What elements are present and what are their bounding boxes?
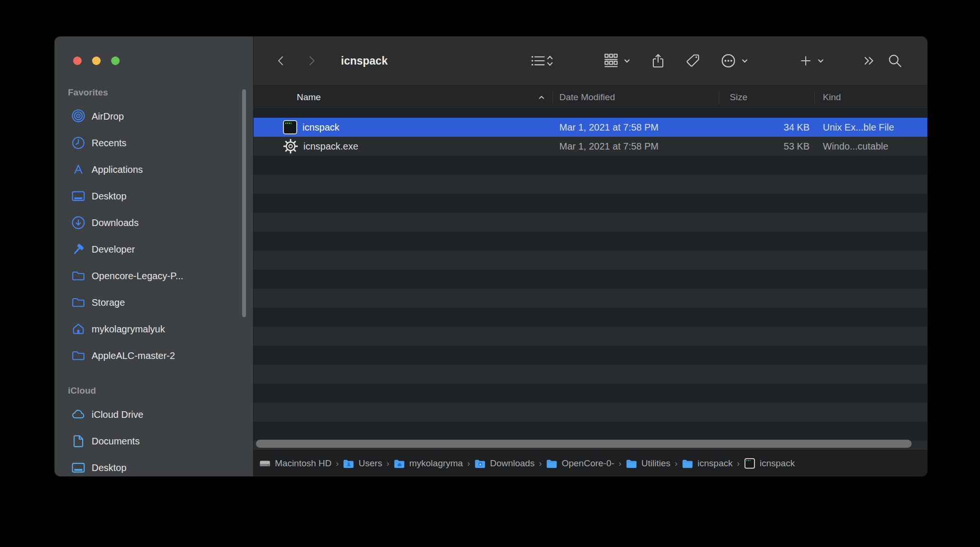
- sidebar-item-recents[interactable]: Recents: [55, 130, 253, 156]
- column-header-label: Size: [730, 92, 747, 103]
- folder-icon: [71, 269, 85, 283]
- sidebar-item-storage[interactable]: Storage: [55, 289, 253, 316]
- search-button[interactable]: [887, 53, 903, 69]
- search-icon: [887, 53, 903, 69]
- path-separator-icon: ›: [737, 459, 740, 469]
- file-row-icnspack[interactable]: icnspackMar 1, 2021 at 7:58 PM34 KBUnix …: [254, 118, 927, 137]
- path-item-label: Macintosh HD: [275, 458, 331, 469]
- share-icon: [650, 52, 666, 69]
- desktop-icon: [71, 461, 85, 475]
- path-item-opencore-0[interactable]: OpenCore-0-: [546, 458, 614, 469]
- folder-icon: [71, 349, 85, 363]
- sidebar-item-opencore-legacy-p[interactable]: Opencore-Legacy-P...: [55, 263, 253, 289]
- minimize-button[interactable]: [92, 57, 101, 65]
- double-chevron-right-icon: [860, 53, 876, 68]
- windows-executable-icon: [283, 139, 298, 154]
- folder-icon: [682, 458, 693, 469]
- sidebar-scrollbar[interactable]: [242, 89, 246, 317]
- column-header-label: Name: [297, 92, 321, 103]
- sidebar-item-label: Recents: [92, 138, 126, 149]
- path-item-label: icnspack: [760, 458, 795, 469]
- sidebar: FavoritesAirDropRecentsApplicationsDeskt…: [55, 37, 254, 476]
- folder-users-icon: [343, 458, 354, 469]
- sidebar-sections: FavoritesAirDropRecentsApplicationsDeskt…: [55, 37, 253, 476]
- chevron-down-icon: [817, 57, 824, 65]
- column-header-label: Date Modified: [559, 92, 615, 103]
- file-name-cell: icnspack.exe: [254, 137, 553, 156]
- sidebar-item-documents[interactable]: Documents: [55, 428, 253, 454]
- file-size: 53 KB: [719, 137, 814, 156]
- path-separator-icon: ›: [467, 459, 470, 469]
- sidebar-item-label: Storage: [92, 297, 125, 308]
- file-name: icnspack.exe: [303, 141, 358, 152]
- path-item-utilities[interactable]: Utilities: [626, 458, 670, 469]
- sidebar-section-title: iCloud: [68, 385, 253, 396]
- sidebar-item-developer[interactable]: Developer: [55, 236, 253, 263]
- path-item-label: icnspack: [697, 458, 733, 469]
- more-actions-button[interactable]: [720, 52, 748, 69]
- path-item-label: Users: [358, 458, 382, 469]
- view-switcher-button[interactable]: [530, 53, 554, 69]
- sidebar-item-airdrop[interactable]: AirDrop: [55, 103, 253, 130]
- path-item-users[interactable]: Users: [343, 458, 382, 469]
- sidebar-item-icloud-drive[interactable]: iCloud Drive: [55, 401, 253, 428]
- back-button[interactable]: [274, 53, 288, 68]
- column-header-label: Kind: [823, 92, 841, 103]
- sidebar-item-desktop[interactable]: Desktop: [55, 183, 253, 209]
- sidebar-item-applealc-master-2[interactable]: AppleALC-master-2: [55, 342, 253, 369]
- cloud-icon: [71, 407, 85, 422]
- sidebar-item-desktop[interactable]: Desktop: [55, 454, 253, 476]
- file-name-cell: icnspack: [254, 118, 553, 137]
- list-header: NameDate ModifiedSizeKind: [254, 85, 927, 109]
- path-item-icnspack[interactable]: icnspack: [744, 458, 795, 469]
- appstore-icon: [71, 162, 85, 177]
- column-header-size[interactable]: Size: [719, 85, 814, 109]
- sidebar-item-downloads[interactable]: Downloads: [55, 209, 253, 236]
- tags-button[interactable]: [685, 53, 701, 69]
- plus-icon: [799, 54, 813, 68]
- main-area: icnspack NameDate ModifiedSizeKind icnsp…: [254, 37, 927, 476]
- overflow-button[interactable]: [860, 53, 876, 68]
- add-button[interactable]: [799, 54, 824, 68]
- forward-button[interactable]: [305, 53, 318, 68]
- ellipsis-circle-icon: [720, 52, 737, 69]
- column-header-kind[interactable]: Kind: [814, 85, 927, 109]
- zoom-button[interactable]: [111, 57, 120, 65]
- folder-icon: [71, 295, 85, 310]
- sidebar-item-mykolagrymalyuk[interactable]: mykolagrymalyuk: [55, 316, 253, 342]
- list-view-icon: [530, 53, 554, 69]
- group-by-button[interactable]: [603, 53, 631, 69]
- tag-icon: [685, 53, 701, 69]
- file-row-icnspack-exe[interactable]: icnspack.exeMar 1, 2021 at 7:58 PM53 KBW…: [254, 137, 927, 156]
- sidebar-item-applications[interactable]: Applications: [55, 156, 253, 183]
- toolbar-buttons: [387, 52, 903, 69]
- horizontal-scrollbar[interactable]: [256, 440, 912, 448]
- sidebar-section-items: AirDropRecentsApplicationsDesktopDownloa…: [55, 103, 253, 369]
- folder-downloads-icon: [474, 458, 486, 469]
- path-item-macintosh-hd[interactable]: Macintosh HD: [259, 458, 331, 469]
- close-button[interactable]: [73, 57, 82, 65]
- desktop-icon: [71, 189, 85, 203]
- share-button[interactable]: [650, 52, 666, 69]
- path-item-mykolagryma[interactable]: mykolagryma: [394, 458, 463, 469]
- path-separator-icon: ›: [539, 459, 542, 469]
- finder-window: FavoritesAirDropRecentsApplicationsDeskt…: [55, 37, 927, 476]
- column-header-date-modified[interactable]: Date Modified: [553, 85, 719, 109]
- sidebar-item-label: Applications: [92, 164, 143, 175]
- file-kind: Unix Ex...ble File: [814, 118, 927, 137]
- path-item-icnspack[interactable]: icnspack: [682, 458, 733, 469]
- file-list: icnspackMar 1, 2021 at 7:58 PM34 KBUnix …: [254, 109, 927, 450]
- path-item-downloads[interactable]: Downloads: [474, 458, 535, 469]
- downloads-icon: [71, 216, 85, 230]
- home-icon: [71, 322, 85, 336]
- unix-executable-icon: [283, 120, 297, 134]
- folder-home-icon: [394, 458, 405, 469]
- sidebar-item-label: mykolagrymalyuk: [92, 324, 165, 335]
- file-name: icnspack: [302, 122, 339, 133]
- sidebar-item-label: Desktop: [92, 191, 126, 202]
- unix-executable-icon: [744, 458, 755, 469]
- column-header-name[interactable]: Name: [254, 85, 553, 109]
- clock-icon: [71, 136, 85, 150]
- path-separator-icon: ›: [336, 459, 339, 469]
- sidebar-item-label: Desktop: [92, 462, 126, 473]
